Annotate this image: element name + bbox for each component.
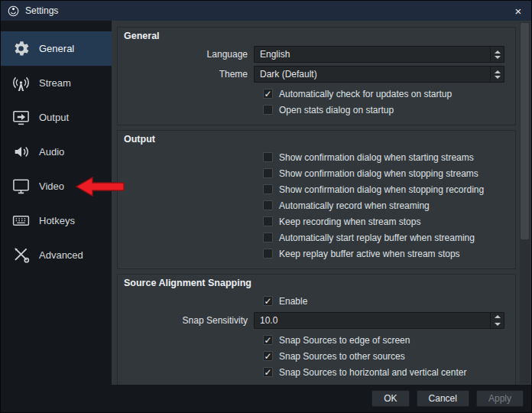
sidebar-item-audio[interactable]: Audio xyxy=(1,135,112,169)
sidebar-item-hotkeys[interactable]: Hotkeys xyxy=(1,203,112,238)
sidebar-label: Audio xyxy=(39,146,64,158)
cancel-button[interactable]: Cancel xyxy=(417,390,469,407)
general-group: General Language English Theme Dark (Def… xyxy=(117,27,516,125)
checkbox[interactable]: ✓ xyxy=(263,296,273,306)
spin-up-button[interactable] xyxy=(491,313,504,320)
display-arrow-icon xyxy=(11,108,31,128)
checkbox-row: ✓ Snap Sources to horizontal and vertica… xyxy=(263,366,504,378)
obs-logo-icon xyxy=(8,5,19,17)
checkbox-label[interactable]: Open stats dialog on startup xyxy=(279,105,394,115)
checkbox-label[interactable]: Snap Sources to other sources xyxy=(279,351,405,362)
checkbox-label[interactable]: Keep replay buffer active when stream st… xyxy=(279,249,460,259)
snap-sensitivity-value: 10.0 xyxy=(260,315,490,326)
checkbox-row: ✓ Enable xyxy=(263,295,504,307)
settings-sidebar: General Stream xyxy=(1,21,112,385)
tools-icon xyxy=(11,246,31,265)
speaker-icon xyxy=(11,142,31,162)
close-icon[interactable]: × xyxy=(505,1,531,21)
checkbox[interactable] xyxy=(263,216,273,226)
checkbox[interactable] xyxy=(263,105,273,115)
checkbox[interactable] xyxy=(263,200,273,210)
language-value: English xyxy=(260,49,490,60)
checkbox-label[interactable]: Show confirmation dialog when starting s… xyxy=(279,152,474,163)
gear-icon xyxy=(11,39,31,59)
checkbox[interactable]: ✓ xyxy=(263,367,273,377)
vertical-scrollbar[interactable] xyxy=(520,22,530,383)
checkbox-row: Keep recording when stream stops xyxy=(263,216,504,227)
sidebar-item-output[interactable]: Output xyxy=(1,100,112,135)
checkbox-row: Show confirmation dialog when stopping r… xyxy=(263,184,504,195)
ok-button[interactable]: OK xyxy=(371,390,409,407)
spinner-buttons xyxy=(490,313,504,328)
theme-select[interactable]: Dark (Default) xyxy=(254,66,504,83)
apply-button[interactable]: Apply xyxy=(476,390,524,407)
checkbox[interactable] xyxy=(263,184,273,194)
dialog-footer: OK Cancel Apply xyxy=(1,385,531,412)
window-title: Settings xyxy=(25,5,58,16)
language-row: Language English xyxy=(118,45,504,63)
checkbox-row: Automatically record when streaming xyxy=(263,200,504,211)
checkbox-row: ✓ Snap Sources to other sources xyxy=(263,350,504,362)
monitor-icon xyxy=(11,177,31,197)
theme-row: Theme Dark (Default) xyxy=(118,65,504,83)
checkbox-label[interactable]: Automatically record when streaming xyxy=(279,200,430,211)
checkbox-row: Keep replay buffer active when stream st… xyxy=(263,248,504,259)
sidebar-label: Output xyxy=(39,112,69,123)
snap-sensitivity-label: Snap Sensitivity xyxy=(118,315,254,326)
snap-sensitivity-row: Snap Sensitivity 10.0 xyxy=(118,311,504,330)
checkbox-row: Show confirmation dialog when stopping s… xyxy=(263,167,504,179)
scrollbar-handle[interactable] xyxy=(521,23,529,239)
snapping-group: Source Alignment Snapping ✓ Enable Snap … xyxy=(117,274,516,385)
checkbox-label[interactable]: Show confirmation dialog when stopping s… xyxy=(279,168,478,179)
checkbox[interactable]: ✓ xyxy=(263,335,273,345)
red-arrow-annotation xyxy=(76,177,125,197)
checkbox-row: Automatically start replay buffer when s… xyxy=(263,232,504,243)
checkbox-row: Show confirmation dialog when starting s… xyxy=(263,151,504,163)
checkbox[interactable]: ✓ xyxy=(263,351,273,361)
snap-sensitivity-input[interactable]: 10.0 xyxy=(254,312,504,329)
checkbox-row: ✓ Snap Sources to edge of screen xyxy=(263,334,504,346)
sidebar-label: Advanced xyxy=(39,249,83,261)
checkbox[interactable] xyxy=(263,168,273,178)
group-title-output: Output xyxy=(118,131,515,147)
settings-content: General Language English Theme Dark (Def… xyxy=(112,21,531,385)
checkbox-label[interactable]: Show confirmation dialog when stopping r… xyxy=(279,184,484,195)
checkbox-row: Open stats dialog on startup xyxy=(263,104,504,115)
spin-down-button[interactable] xyxy=(491,320,504,328)
output-group: Output Show confirmation dialog when sta… xyxy=(117,130,516,269)
sidebar-item-stream[interactable]: Stream xyxy=(1,66,112,100)
sidebar-label: Stream xyxy=(39,77,71,89)
sidebar-label: Video xyxy=(39,180,64,192)
sidebar-label: Hotkeys xyxy=(39,215,75,226)
sidebar-item-advanced[interactable]: Advanced xyxy=(1,238,112,272)
checkbox-label[interactable]: Automatically start replay buffer when s… xyxy=(279,233,475,243)
checkbox-label[interactable]: Snap Sources to horizontal and vertical … xyxy=(279,367,466,378)
checkbox-label[interactable]: Enable xyxy=(279,296,307,307)
checkbox-row: ✓ Automatically check for updates on sta… xyxy=(263,88,504,99)
combo-arrows-icon xyxy=(490,67,504,82)
theme-value: Dark (Default) xyxy=(260,69,490,80)
keyboard-icon xyxy=(11,211,31,231)
checkbox[interactable]: ✓ xyxy=(263,89,273,99)
group-title-general: General xyxy=(118,28,515,44)
checkbox-label[interactable]: Snap Sources to edge of screen xyxy=(279,335,410,346)
sidebar-label: General xyxy=(39,43,74,54)
checkbox[interactable] xyxy=(263,233,273,242)
checkbox-label[interactable]: Keep recording when stream stops xyxy=(279,216,420,227)
titlebar[interactable]: Settings × xyxy=(1,1,531,21)
group-title-snapping: Source Alignment Snapping xyxy=(118,275,515,291)
language-label: Language xyxy=(118,49,254,60)
checkbox[interactable] xyxy=(263,152,273,162)
settings-window: Settings × General Stream xyxy=(0,0,532,413)
combo-arrows-icon xyxy=(490,47,504,62)
checkbox-label[interactable]: Automatically check for updates on start… xyxy=(279,89,452,99)
sidebar-item-general[interactable]: General xyxy=(1,31,112,66)
checkbox[interactable] xyxy=(263,249,273,259)
antenna-icon xyxy=(11,73,31,93)
theme-label: Theme xyxy=(118,69,254,80)
language-select[interactable]: English xyxy=(254,46,504,63)
